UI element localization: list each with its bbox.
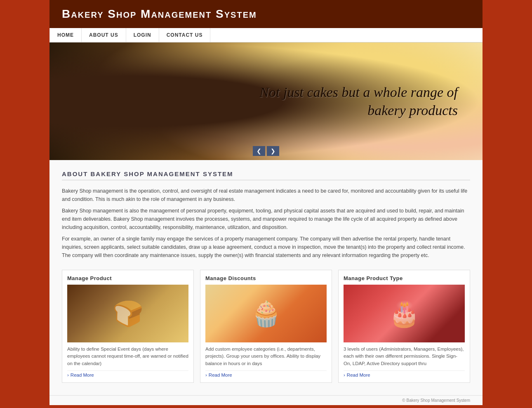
banner-prev-button[interactable]: ❮ [253, 146, 265, 156]
chevron-right-icon: › [67, 373, 69, 377]
nav-home[interactable]: HOME [49, 28, 82, 42]
site-footer: © Bakery Shop Management System [49, 395, 483, 405]
card-type-title: Manage Product Type [344, 275, 465, 281]
about-paragraph-3: For example, an owner of a single family… [62, 235, 470, 259]
banner-text-line2: bakery products [367, 103, 458, 118]
card-manage-discounts: Manage Discounts 🧁 Add custom employee c… [200, 270, 332, 383]
card-manage-product-type: Manage Product Type 🎂 3 levels of users … [338, 270, 470, 383]
chevron-right-icon-2: › [205, 373, 207, 377]
feature-cards: Manage Product 🍞 Ability to define Speci… [62, 270, 470, 383]
card-product-desc: Ability to define Special Event days (da… [67, 346, 188, 367]
bakery-shelf-icon: 🍞 [113, 299, 144, 328]
main-nav: HOME ABOUT US LOGIN CONTACT US [49, 28, 483, 42]
card-discounts-desc: Add custom employee categories (i.e., de… [205, 346, 327, 367]
about-heading: ABOUT BAKERY SHOP MANAGEMENT SYSTEM [62, 170, 470, 177]
banner-next-button[interactable]: ❯ [267, 146, 279, 156]
card-product-image: 🍞 [67, 285, 188, 342]
banner-controls: ❮ ❯ [253, 146, 279, 156]
about-paragraph-2: Bakery Shop management is also the manag… [62, 207, 470, 231]
card-type-image: 🎂 [344, 285, 465, 342]
nav-contact[interactable]: CONTACT US [159, 28, 211, 42]
card-discounts-image: 🧁 [205, 285, 327, 342]
footer-text: © Bakery Shop Management System [402, 398, 470, 403]
about-divider [62, 180, 470, 180]
about-section: ABOUT BAKERY SHOP MANAGEMENT SYSTEM Bake… [62, 170, 470, 259]
card-product-title: Manage Product [67, 275, 188, 281]
bakery-store-icon: 🧁 [251, 299, 282, 328]
site-header: Bakery Shop Management System [49, 0, 483, 28]
card-discounts-title: Manage Discounts [205, 275, 327, 281]
bakery-display-icon: 🎂 [389, 299, 420, 328]
card-type-desc: 3 levels of users (Administrators, Manag… [344, 346, 465, 367]
card-product-readmore[interactable]: › Read More [67, 370, 188, 377]
card-manage-product: Manage Product 🍞 Ability to define Speci… [62, 270, 194, 383]
banner-text-line1: Not just cakes but a whole range of [259, 84, 458, 99]
main-content: ABOUT BAKERY SHOP MANAGEMENT SYSTEM Bake… [49, 160, 483, 395]
hero-banner: Not just cakes but a whole range of bake… [49, 42, 483, 160]
card-type-readmore[interactable]: › Read More [344, 370, 465, 377]
card-discounts-readmore[interactable]: › Read More [205, 370, 327, 377]
site-title: Bakery Shop Management System [62, 7, 470, 21]
about-paragraph-1: Bakery Shop management is the operation,… [62, 187, 470, 203]
banner-slogan: Not just cakes but a whole range of bake… [259, 83, 458, 119]
nav-about[interactable]: ABOUT US [82, 28, 126, 42]
chevron-right-icon-3: › [344, 373, 345, 377]
nav-login[interactable]: LOGIN [126, 28, 159, 42]
